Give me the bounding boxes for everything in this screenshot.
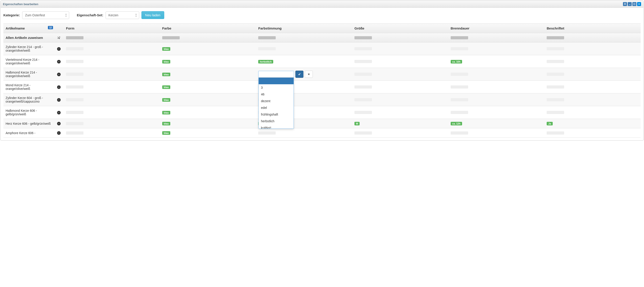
beschriftet-cell[interactable] xyxy=(544,55,641,68)
beschriftet-placeholder[interactable] xyxy=(547,98,564,101)
groesse-placeholder[interactable] xyxy=(354,47,372,50)
assign-beschriftet-cell[interactable] xyxy=(547,36,564,39)
groesse-placeholder[interactable] xyxy=(354,73,372,76)
combo-option[interactable] xyxy=(259,78,294,84)
beschriftet-placeholder[interactable] xyxy=(547,47,564,50)
farbstimmung-placeholder[interactable] xyxy=(258,47,276,50)
remove-icon[interactable] xyxy=(57,122,61,125)
farbe-cell[interactable]: blau xyxy=(160,119,256,128)
combo-option[interactable]: herbstlich xyxy=(259,118,294,124)
brenndauer-placeholder[interactable] xyxy=(451,131,468,135)
beschriftet-cell[interactable] xyxy=(544,106,641,119)
close-icon[interactable] xyxy=(637,2,641,6)
beschriftet-placeholder[interactable] xyxy=(547,85,564,88)
assign-farbstimmung-cell[interactable] xyxy=(258,36,276,39)
remove-icon[interactable] xyxy=(57,111,61,114)
beschriftet-cell[interactable] xyxy=(544,68,641,81)
form-cell[interactable] xyxy=(64,42,160,55)
groesse-cell[interactable] xyxy=(352,42,448,55)
combo-option[interactable]: edel xyxy=(259,104,294,111)
beschriftet-placeholder[interactable] xyxy=(547,131,564,135)
form-placeholder[interactable] xyxy=(66,111,84,114)
maximize-icon[interactable] xyxy=(632,2,636,6)
farbe-cell[interactable]: blau xyxy=(160,93,256,106)
form-placeholder[interactable] xyxy=(66,60,84,63)
combo-option[interactable]: kräftig!! xyxy=(259,124,294,129)
beschriftet-cell[interactable] xyxy=(544,93,641,106)
groesse-cell[interactable] xyxy=(352,106,448,119)
form-cell[interactable] xyxy=(64,55,160,68)
assign-groesse-cell[interactable] xyxy=(354,36,372,39)
form-placeholder[interactable] xyxy=(66,98,84,101)
beschriftet-cell[interactable] xyxy=(544,42,641,55)
remove-icon[interactable] xyxy=(57,47,61,51)
assign-farbe-cell[interactable] xyxy=(162,36,180,39)
beschriftet-cell[interactable] xyxy=(544,81,641,93)
farbstimmung-cell[interactable] xyxy=(256,128,352,138)
brenndauer-cell[interactable] xyxy=(448,81,545,93)
farbstimmung-placeholder[interactable] xyxy=(258,131,276,135)
brenndauer-cell[interactable] xyxy=(448,68,545,81)
brenndauer-cell[interactable]: ca. 12h xyxy=(448,119,545,128)
category-select[interactable]: Zum Osterfest xyxy=(22,11,69,19)
remove-icon[interactable] xyxy=(57,131,61,135)
farbe-cell[interactable]: blau xyxy=(160,128,256,138)
combo-input[interactable] xyxy=(258,71,294,77)
groesse-placeholder[interactable] xyxy=(354,131,372,135)
groesse-cell[interactable]: M xyxy=(352,119,448,128)
form-placeholder[interactable] xyxy=(66,131,84,135)
reload-button[interactable]: Neu laden xyxy=(142,11,164,19)
form-cell[interactable] xyxy=(64,93,160,106)
groesse-cell[interactable] xyxy=(352,128,448,138)
brenndauer-cell[interactable]: ca. 10h xyxy=(448,55,545,68)
beschriftet-placeholder[interactable] xyxy=(547,73,564,76)
farbe-cell[interactable]: blau xyxy=(160,81,256,93)
shuffle-icon[interactable] xyxy=(57,36,62,39)
brenndauer-placeholder[interactable] xyxy=(451,98,468,101)
farbstimmung-cell[interactable] xyxy=(256,42,352,55)
remove-icon[interactable] xyxy=(57,73,61,76)
brenndauer-placeholder[interactable] xyxy=(451,73,468,76)
form-cell[interactable] xyxy=(64,81,160,93)
remove-icon[interactable] xyxy=(57,85,61,89)
groesse-cell[interactable] xyxy=(352,55,448,68)
farbe-cell[interactable]: blau xyxy=(160,106,256,119)
brenndauer-cell[interactable] xyxy=(448,93,545,106)
brenndauer-placeholder[interactable] xyxy=(451,111,468,114)
brenndauer-cell[interactable] xyxy=(448,128,545,138)
beschriftet-cell[interactable] xyxy=(544,128,641,138)
groesse-cell[interactable] xyxy=(352,93,448,106)
beschriftet-placeholder[interactable] xyxy=(547,111,564,114)
farbe-cell[interactable]: blau xyxy=(160,42,256,55)
groesse-placeholder[interactable] xyxy=(354,85,372,88)
form-placeholder[interactable] xyxy=(66,122,84,125)
confirm-button[interactable] xyxy=(295,71,304,78)
brenndauer-placeholder[interactable] xyxy=(451,47,468,50)
prop-set-select[interactable]: Kerzen xyxy=(106,11,139,19)
form-placeholder[interactable] xyxy=(66,85,84,88)
form-cell[interactable] xyxy=(64,128,160,138)
farbe-cell[interactable]: blau xyxy=(160,68,256,81)
remove-icon[interactable] xyxy=(57,98,61,102)
farbe-cell[interactable]: blau xyxy=(160,55,256,68)
assign-form-cell[interactable] xyxy=(66,36,84,39)
pin-icon[interactable] xyxy=(623,2,627,6)
groesse-placeholder[interactable] xyxy=(354,111,372,114)
brenndauer-cell[interactable] xyxy=(448,42,545,55)
brenndauer-cell[interactable] xyxy=(448,106,545,119)
combo-option[interactable]: dezent xyxy=(259,98,294,104)
minimize-icon[interactable] xyxy=(628,2,632,6)
farbstimmung-cell[interactable]: herbstlich xyxy=(256,55,352,68)
cancel-button[interactable] xyxy=(305,71,313,78)
groesse-placeholder[interactable] xyxy=(354,60,372,63)
beschriftet-placeholder[interactable] xyxy=(547,60,564,63)
form-placeholder[interactable] xyxy=(66,73,84,76)
form-cell[interactable] xyxy=(64,68,160,81)
assign-brenndauer-cell[interactable] xyxy=(451,36,468,39)
form-cell[interactable] xyxy=(64,106,160,119)
combo-option[interactable]: 3 xyxy=(259,84,294,91)
groesse-cell[interactable] xyxy=(352,81,448,93)
combo-option[interactable]: frühlingshaft xyxy=(259,111,294,118)
form-cell[interactable] xyxy=(64,119,160,128)
remove-icon[interactable] xyxy=(57,60,61,63)
